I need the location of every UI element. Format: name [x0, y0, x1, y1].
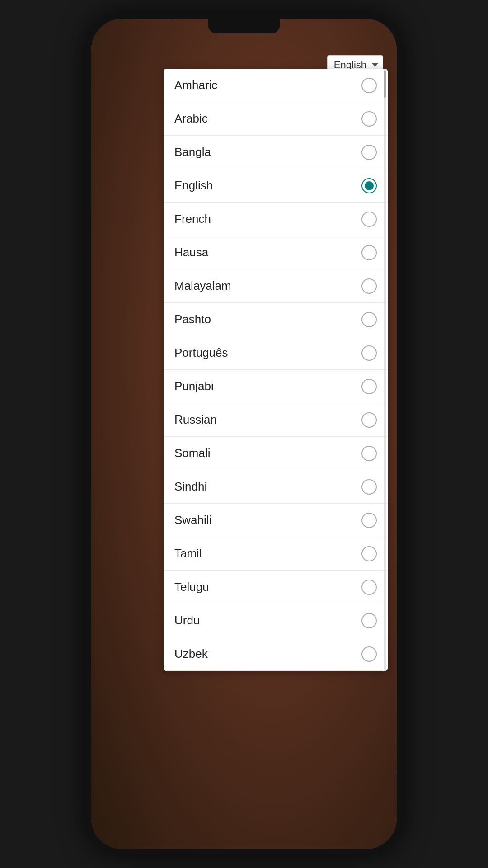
radio-english[interactable]	[361, 178, 377, 193]
language-label-french: French	[174, 212, 211, 226]
side-button-volume-up	[86, 173, 87, 213]
language-item-malayalam[interactable]: Malayalam	[164, 269, 388, 303]
radio-sindhi[interactable]	[361, 479, 377, 495]
radio-portugues[interactable]	[361, 345, 377, 361]
radio-pashto[interactable]	[361, 312, 377, 327]
language-list: AmharicArabicBanglaEnglishFrenchHausaMal…	[164, 69, 388, 671]
chevron-down-icon	[372, 63, 378, 67]
language-item-arabic[interactable]: Arabic	[164, 102, 388, 136]
scrollbar-thumb[interactable]	[384, 71, 386, 98]
radio-hausa[interactable]	[361, 245, 377, 260]
language-label-russian: Russian	[174, 413, 217, 427]
phone-notch	[208, 19, 280, 33]
language-item-french[interactable]: French	[164, 203, 388, 236]
radio-bangla[interactable]	[361, 145, 377, 160]
radio-telugu[interactable]	[361, 580, 377, 595]
language-label-punjabi: Punjabi	[174, 379, 214, 393]
radio-somali[interactable]	[361, 446, 377, 461]
language-item-uzbek[interactable]: Uzbek	[164, 637, 388, 671]
language-item-russian[interactable]: Russian	[164, 403, 388, 437]
language-item-bangla[interactable]: Bangla	[164, 136, 388, 169]
language-label-malayalam: Malayalam	[174, 279, 231, 293]
side-button-mute	[86, 137, 87, 164]
radio-urdu[interactable]	[361, 613, 377, 628]
radio-russian[interactable]	[361, 412, 377, 428]
language-item-portugues[interactable]: Português	[164, 336, 388, 370]
scrollbar-track	[384, 69, 386, 671]
radio-tamil[interactable]	[361, 546, 377, 561]
language-label-somali: Somali	[174, 446, 210, 460]
language-label-amharic: Amharic	[174, 78, 217, 92]
language-label-pashto: Pashto	[174, 312, 211, 326]
language-label-portugues: Português	[174, 346, 228, 360]
side-button-volume-down	[86, 222, 87, 263]
radio-arabic[interactable]	[361, 111, 377, 127]
language-label-telugu: Telugu	[174, 580, 209, 594]
language-label-english: English	[174, 179, 213, 193]
language-item-tamil[interactable]: Tamil	[164, 537, 388, 571]
phone-screen: English AmharicArabicBanglaEnglishFrench…	[91, 19, 397, 849]
radio-swahili[interactable]	[361, 513, 377, 528]
language-item-urdu[interactable]: Urdu	[164, 604, 388, 637]
side-button-power	[401, 177, 402, 236]
language-item-pashto[interactable]: Pashto	[164, 303, 388, 336]
language-label-sindhi: Sindhi	[174, 480, 207, 494]
radio-malayalam[interactable]	[361, 278, 377, 294]
language-label-urdu: Urdu	[174, 613, 200, 627]
language-label-swahili: Swahili	[174, 513, 211, 527]
language-item-amharic[interactable]: Amharic	[164, 69, 388, 102]
language-item-english[interactable]: English	[164, 169, 388, 203]
language-label-uzbek: Uzbek	[174, 647, 208, 661]
language-label-tamil: Tamil	[174, 547, 202, 561]
phone-frame: English AmharicArabicBanglaEnglishFrench…	[86, 14, 402, 854]
radio-french[interactable]	[361, 212, 377, 227]
language-label-arabic: Arabic	[174, 112, 208, 126]
language-item-sindhi[interactable]: Sindhi	[164, 470, 388, 504]
language-item-swahili[interactable]: Swahili	[164, 504, 388, 537]
language-label-bangla: Bangla	[174, 145, 211, 159]
language-item-telugu[interactable]: Telugu	[164, 571, 388, 604]
radio-amharic[interactable]	[361, 78, 377, 93]
language-item-hausa[interactable]: Hausa	[164, 236, 388, 269]
language-label-hausa: Hausa	[174, 245, 208, 259]
language-item-somali[interactable]: Somali	[164, 437, 388, 470]
language-item-punjabi[interactable]: Punjabi	[164, 370, 388, 403]
radio-uzbek[interactable]	[361, 646, 377, 662]
radio-punjabi[interactable]	[361, 379, 377, 394]
